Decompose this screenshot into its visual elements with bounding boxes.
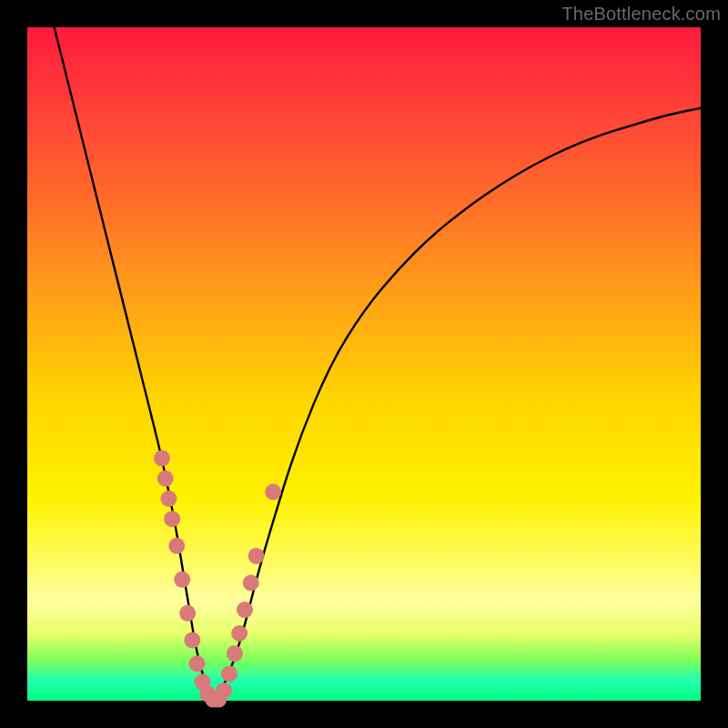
bottleneck-curve-svg <box>27 27 701 701</box>
curve-marker <box>174 571 190 588</box>
curve-marker <box>184 632 200 648</box>
plot-area <box>27 27 701 701</box>
curve-marker <box>160 490 177 507</box>
curve-marker <box>216 682 232 699</box>
curve-marker <box>168 538 185 554</box>
chart-frame: TheBottleneck.com <box>0 0 728 728</box>
curve-marker <box>248 548 265 564</box>
curve-marker <box>154 450 170 467</box>
curve-marker <box>265 484 281 500</box>
curve-marker <box>221 665 238 682</box>
watermark-text: TheBottleneck.com <box>561 4 721 25</box>
curve-marker <box>188 655 205 672</box>
curve-markers <box>154 450 281 708</box>
curve-marker <box>157 470 174 487</box>
curve-marker <box>227 645 243 662</box>
curve-marker <box>237 602 253 618</box>
bottleneck-curve <box>55 27 701 698</box>
curve-marker <box>231 625 248 642</box>
curve-marker <box>243 575 259 592</box>
curve-marker <box>179 605 196 622</box>
curve-marker <box>164 511 180 527</box>
